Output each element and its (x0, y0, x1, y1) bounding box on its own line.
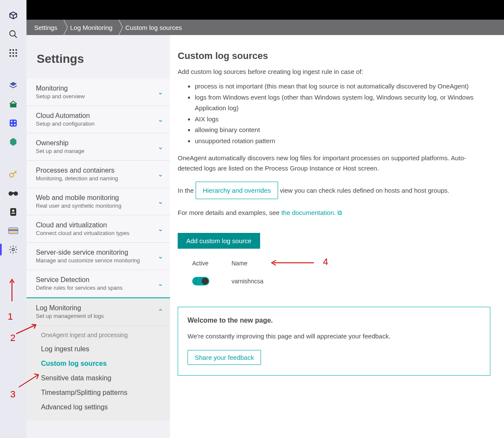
sub-link-log-ingest-rules[interactable]: Log ingest rules (26, 342, 170, 356)
gear-icon (9, 245, 18, 254)
svg-line-1 (15, 35, 17, 38)
settings-sidebar: Settings MonitoringSetup and overview ⌄ … (26, 35, 170, 438)
bullet-item: process is not important (this mean that… (195, 81, 490, 92)
text-fragment: For more details and examples, see (178, 209, 281, 216)
accordion-label: Cloud and virtualization (36, 221, 129, 229)
rail-logo[interactable] (0, 6, 26, 25)
external-link-icon: ⧉ (337, 209, 342, 216)
log-monitoring-subitems: OneAgent ingest and processing Log inges… (26, 326, 170, 420)
breadcrumb-custom-log-sources[interactable]: Custom log sources (123, 20, 188, 35)
rail-card[interactable] (0, 221, 26, 240)
svg-point-16 (14, 124, 16, 126)
accordion-label: Server-side service monitoring (36, 249, 140, 256)
bullet-item: allowing binary content (195, 124, 490, 135)
breadcrumb-sep-icon (118, 20, 123, 35)
apps-grid-icon (9, 49, 18, 57)
hexagon-icon (9, 137, 18, 147)
feedback-title: Welcome to the new page. (188, 317, 481, 324)
hierarchy-overrides-button[interactable]: Hierarchy and overrides (196, 182, 278, 199)
accordion-server-side[interactable]: Server-side service monitoringManage and… (26, 243, 170, 270)
sub-link-advanced-log-settings[interactable]: Advanced log settings (26, 400, 170, 414)
accordion-ownership[interactable]: OwnershipSet up and manage ⌄ (26, 133, 170, 161)
breadcrumb-settings[interactable]: Settings (32, 20, 63, 35)
text-fragment: view you can check rules defined on host… (280, 187, 449, 194)
breadcrumb-log-monitoring[interactable]: Log Monitoring (68, 20, 118, 35)
rail-binoculars[interactable] (0, 184, 26, 203)
svg-point-9 (12, 55, 14, 57)
top-bar (26, 0, 504, 20)
svg-rect-12 (10, 120, 17, 127)
rail-search[interactable] (0, 25, 26, 44)
accordion-subtitle: Setup and configuration (36, 121, 94, 127)
share-feedback-button[interactable]: Share your feedback (188, 350, 261, 365)
svg-point-3 (12, 49, 14, 51)
card-icon (8, 227, 18, 234)
layers-icon (9, 81, 18, 90)
accordion-subtitle: Manage and customize service monitoring (36, 257, 140, 264)
row-name: varnishncsa (231, 278, 264, 285)
rail-apps[interactable] (0, 44, 26, 62)
panel-title: Settings (26, 44, 170, 79)
rail-settings[interactable] (0, 240, 26, 259)
rail-cloud[interactable] (0, 95, 26, 114)
main-content: Custom log sources Add custom log source… (170, 35, 504, 438)
sub-link-custom-log-sources[interactable]: Custom log sources (26, 356, 170, 371)
svg-point-14 (14, 121, 16, 123)
link-text: the documentation. (281, 209, 336, 216)
svg-point-22 (12, 210, 15, 212)
bullet-item: unsupported rotation pattern (195, 135, 490, 147)
page-title: Custom log sources (178, 50, 490, 62)
documentation-link[interactable]: the documentation. ⧉ (281, 209, 343, 216)
svg-point-15 (11, 124, 13, 126)
accordion-web-mobile[interactable]: Web and mobile monitoringReal user and s… (26, 188, 170, 215)
sub-link-sensitive-data-masking[interactable]: Sensitive data masking (26, 371, 170, 385)
para-auto-discover: OneAgent automatically discovers new log… (178, 153, 490, 173)
left-icon-rail (0, 0, 26, 438)
accordion-label: Cloud Automation (36, 112, 94, 120)
accordion-subtitle: Define rules for services and spans (36, 285, 123, 291)
accordion-monitoring[interactable]: MonitoringSetup and overview ⌄ (26, 79, 170, 106)
table-row: varnishncsa (178, 273, 490, 290)
rail-badge[interactable] (0, 203, 26, 221)
chevron-down-icon: ⌄ (158, 88, 163, 96)
search-icon (9, 29, 18, 39)
accordion-subtitle: Real user and synthetic monitoring (36, 203, 121, 209)
rail-hex[interactable] (0, 132, 26, 151)
rail-dice[interactable] (0, 114, 26, 132)
breadcrumb-sep-icon (63, 20, 68, 35)
svg-rect-25 (9, 229, 18, 231)
add-custom-log-source-button[interactable]: Add custom log source (178, 233, 260, 249)
accordion-label: Monitoring (36, 85, 85, 92)
accordion-subtitle: Set up and manage (36, 148, 84, 154)
svg-point-2 (9, 49, 11, 51)
dice-icon (9, 118, 18, 128)
sub-link-timestamp-splitting[interactable]: Timestamp/Splitting patterns (26, 385, 170, 400)
rail-key[interactable] (0, 165, 26, 184)
chevron-down-icon: ⌄ (158, 252, 163, 260)
key-icon (9, 170, 18, 179)
accordion-processes[interactable]: Processes and containersMonitoring, dete… (26, 161, 170, 188)
svg-rect-11 (10, 103, 17, 107)
svg-rect-23 (12, 213, 15, 214)
accordion-subtitle: Set up management of logs (36, 313, 104, 319)
feedback-body: We're constantly improving this page and… (188, 331, 481, 341)
accordion-subtitle: Connect cloud and virtualization types (36, 230, 129, 236)
para-docs: For more details and examples, see the d… (178, 208, 490, 218)
accordion-cloud-virtualization[interactable]: Cloud and virtualizationConnect cloud an… (26, 215, 170, 243)
accordion-log-monitoring[interactable]: Log MonitoringSet up management of logs … (26, 297, 170, 326)
house-chart-icon (9, 100, 18, 109)
bullet-list: process is not important (this mean that… (195, 81, 490, 146)
th-active: Active (192, 260, 231, 267)
svg-point-5 (9, 52, 11, 54)
bullet-item: logs from Windows event logs (other than… (195, 92, 490, 114)
accordion-label: Ownership (36, 139, 84, 147)
breadcrumb: Settings Log Monitoring Custom log sourc… (26, 20, 504, 35)
rail-infrastructure[interactable] (0, 76, 26, 95)
chevron-down-icon: ⌄ (158, 279, 163, 288)
accordion-cloud-automation[interactable]: Cloud AutomationSetup and configuration … (26, 106, 170, 133)
intro-text: Add custom log sources before creating l… (178, 67, 490, 76)
svg-point-26 (12, 248, 15, 251)
active-toggle[interactable] (192, 277, 209, 285)
chevron-down-icon: ⌄ (158, 170, 163, 178)
accordion-service-detection[interactable]: Service DetectionDefine rules for servic… (26, 270, 170, 297)
